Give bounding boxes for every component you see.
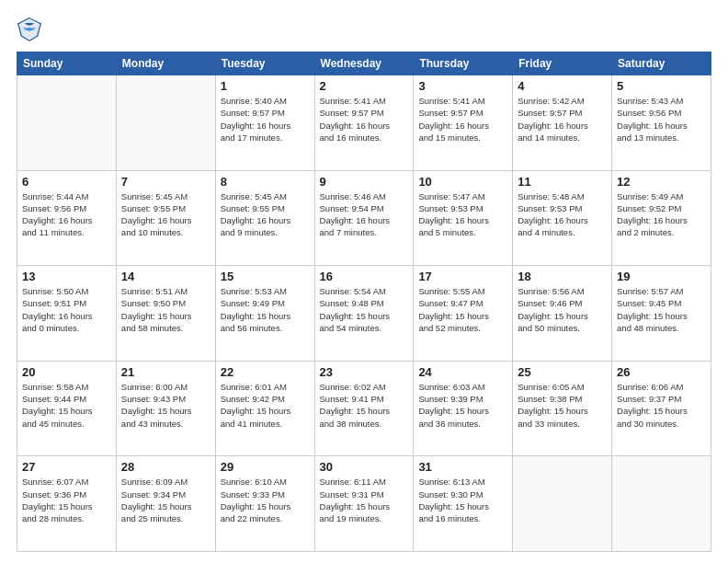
day-number: 14 — [121, 270, 210, 283]
day-info: Sunrise: 6:03 AM Sunset: 9:39 PM Dayligh… — [418, 381, 507, 430]
calendar-cell: 6Sunrise: 5:44 AM Sunset: 9:56 PM Daylig… — [17, 170, 117, 266]
weekday-header-tuesday: Tuesday — [215, 52, 314, 75]
day-info: Sunrise: 6:01 AM Sunset: 9:42 PM Dayligh… — [221, 381, 310, 430]
calendar-cell: 28Sunrise: 6:09 AM Sunset: 9:34 PM Dayli… — [116, 456, 215, 552]
day-number: 29 — [221, 460, 310, 474]
day-number: 2 — [320, 79, 409, 93]
calendar-cell: 2Sunrise: 5:41 AM Sunset: 9:57 PM Daylig… — [314, 75, 414, 171]
day-info: Sunrise: 5:54 AM Sunset: 9:48 PM Dayligh… — [320, 285, 409, 334]
logo — [17, 17, 46, 42]
calendar-cell: 26Sunrise: 6:06 AM Sunset: 9:37 PM Dayli… — [612, 361, 711, 456]
calendar-cell: 7Sunrise: 5:45 AM Sunset: 9:55 PM Daylig… — [116, 170, 215, 266]
day-number: 30 — [320, 460, 409, 474]
day-number: 9 — [320, 175, 409, 189]
day-info: Sunrise: 5:53 AM Sunset: 9:49 PM Dayligh… — [221, 285, 310, 334]
day-number: 20 — [22, 365, 111, 379]
day-info: Sunrise: 5:51 AM Sunset: 9:50 PM Dayligh… — [121, 285, 210, 334]
day-number: 6 — [22, 175, 111, 189]
day-info: Sunrise: 5:49 AM Sunset: 9:52 PM Dayligh… — [617, 190, 706, 239]
logo-icon — [17, 17, 42, 42]
day-number: 21 — [121, 365, 210, 379]
day-number: 16 — [320, 270, 409, 283]
day-number: 24 — [418, 365, 507, 379]
calendar-cell: 4Sunrise: 5:42 AM Sunset: 9:57 PM Daylig… — [513, 75, 612, 171]
header — [17, 17, 711, 42]
calendar-cell: 14Sunrise: 5:51 AM Sunset: 9:50 PM Dayli… — [116, 266, 215, 362]
calendar-cell: 30Sunrise: 6:11 AM Sunset: 9:31 PM Dayli… — [314, 456, 414, 552]
day-number: 11 — [518, 175, 607, 189]
calendar-cell: 8Sunrise: 5:45 AM Sunset: 9:55 PM Daylig… — [215, 170, 314, 266]
weekday-header-sunday: Sunday — [17, 52, 117, 75]
calendar-cell: 18Sunrise: 5:56 AM Sunset: 9:46 PM Dayli… — [513, 266, 612, 362]
calendar-cell: 13Sunrise: 5:50 AM Sunset: 9:51 PM Dayli… — [17, 266, 117, 362]
day-number: 1 — [221, 79, 310, 93]
day-info: Sunrise: 6:07 AM Sunset: 9:36 PM Dayligh… — [22, 476, 111, 524]
weekday-header-friday: Friday — [513, 52, 612, 75]
calendar-cell: 12Sunrise: 5:49 AM Sunset: 9:52 PM Dayli… — [612, 170, 711, 266]
calendar-cell: 19Sunrise: 5:57 AM Sunset: 9:45 PM Dayli… — [612, 266, 711, 362]
day-info: Sunrise: 5:45 AM Sunset: 9:55 PM Dayligh… — [221, 190, 310, 239]
day-number: 27 — [22, 460, 111, 474]
day-number: 23 — [320, 365, 409, 379]
day-info: Sunrise: 6:13 AM Sunset: 9:30 PM Dayligh… — [418, 476, 507, 524]
weekday-header-thursday: Thursday — [414, 52, 513, 75]
day-info: Sunrise: 5:48 AM Sunset: 9:53 PM Dayligh… — [518, 190, 607, 239]
weekday-header-wednesday: Wednesday — [314, 52, 414, 75]
day-number: 19 — [617, 270, 706, 283]
day-number: 25 — [518, 365, 607, 379]
calendar-cell: 10Sunrise: 5:47 AM Sunset: 9:53 PM Dayli… — [414, 170, 513, 266]
day-number: 8 — [221, 175, 310, 189]
day-info: Sunrise: 5:45 AM Sunset: 9:55 PM Dayligh… — [121, 190, 210, 239]
day-number: 26 — [617, 365, 706, 379]
day-info: Sunrise: 6:06 AM Sunset: 9:37 PM Dayligh… — [617, 381, 706, 430]
day-number: 15 — [221, 270, 310, 283]
weekday-header-row: SundayMondayTuesdayWednesdayThursdayFrid… — [17, 52, 711, 75]
day-info: Sunrise: 6:02 AM Sunset: 9:41 PM Dayligh… — [320, 381, 409, 430]
day-number: 31 — [418, 460, 507, 474]
day-number: 12 — [617, 175, 706, 189]
day-info: Sunrise: 5:41 AM Sunset: 9:57 PM Dayligh… — [320, 95, 409, 144]
day-info: Sunrise: 5:47 AM Sunset: 9:53 PM Dayligh… — [418, 190, 507, 239]
day-number: 3 — [418, 79, 507, 93]
calendar-cell: 29Sunrise: 6:10 AM Sunset: 9:33 PM Dayli… — [215, 456, 314, 552]
calendar-cell: 9Sunrise: 5:46 AM Sunset: 9:54 PM Daylig… — [314, 170, 414, 266]
day-info: Sunrise: 5:50 AM Sunset: 9:51 PM Dayligh… — [22, 285, 111, 334]
calendar-cell: 21Sunrise: 6:00 AM Sunset: 9:43 PM Dayli… — [116, 361, 215, 456]
calendar-table: SundayMondayTuesdayWednesdayThursdayFrid… — [17, 52, 711, 552]
day-number: 28 — [121, 460, 210, 474]
calendar-week-3: 13Sunrise: 5:50 AM Sunset: 9:51 PM Dayli… — [17, 266, 711, 362]
day-info: Sunrise: 6:11 AM Sunset: 9:31 PM Dayligh… — [320, 476, 409, 524]
weekday-header-saturday: Saturday — [612, 52, 711, 75]
calendar-cell — [116, 75, 215, 171]
day-info: Sunrise: 5:55 AM Sunset: 9:47 PM Dayligh… — [418, 285, 507, 334]
day-info: Sunrise: 6:09 AM Sunset: 9:34 PM Dayligh… — [121, 476, 210, 524]
calendar-cell: 5Sunrise: 5:43 AM Sunset: 9:56 PM Daylig… — [612, 75, 711, 171]
calendar-cell: 31Sunrise: 6:13 AM Sunset: 9:30 PM Dayli… — [414, 456, 513, 552]
day-number: 7 — [121, 175, 210, 189]
calendar-cell: 25Sunrise: 6:05 AM Sunset: 9:38 PM Dayli… — [513, 361, 612, 456]
day-info: Sunrise: 5:41 AM Sunset: 9:57 PM Dayligh… — [418, 95, 507, 144]
day-info: Sunrise: 5:58 AM Sunset: 9:44 PM Dayligh… — [22, 381, 111, 430]
day-number: 13 — [22, 270, 111, 283]
day-number: 18 — [518, 270, 607, 283]
calendar-cell: 16Sunrise: 5:54 AM Sunset: 9:48 PM Dayli… — [314, 266, 414, 362]
calendar-cell: 24Sunrise: 6:03 AM Sunset: 9:39 PM Dayli… — [414, 361, 513, 456]
day-info: Sunrise: 6:00 AM Sunset: 9:43 PM Dayligh… — [121, 381, 210, 430]
calendar-cell: 23Sunrise: 6:02 AM Sunset: 9:41 PM Dayli… — [314, 361, 414, 456]
calendar-cell — [17, 75, 117, 171]
calendar-cell: 1Sunrise: 5:40 AM Sunset: 9:57 PM Daylig… — [215, 75, 314, 171]
calendar-cell: 22Sunrise: 6:01 AM Sunset: 9:42 PM Dayli… — [215, 361, 314, 456]
day-info: Sunrise: 5:57 AM Sunset: 9:45 PM Dayligh… — [617, 285, 706, 334]
day-info: Sunrise: 5:56 AM Sunset: 9:46 PM Dayligh… — [518, 285, 607, 334]
calendar-cell — [612, 456, 711, 552]
calendar-week-4: 20Sunrise: 5:58 AM Sunset: 9:44 PM Dayli… — [17, 361, 711, 456]
day-info: Sunrise: 5:46 AM Sunset: 9:54 PM Dayligh… — [320, 190, 409, 239]
calendar-cell: 17Sunrise: 5:55 AM Sunset: 9:47 PM Dayli… — [414, 266, 513, 362]
day-number: 4 — [518, 79, 607, 93]
day-info: Sunrise: 5:42 AM Sunset: 9:57 PM Dayligh… — [518, 95, 607, 144]
calendar-week-1: 1Sunrise: 5:40 AM Sunset: 9:57 PM Daylig… — [17, 75, 711, 171]
day-info: Sunrise: 5:40 AM Sunset: 9:57 PM Dayligh… — [221, 95, 310, 144]
weekday-header-monday: Monday — [116, 52, 215, 75]
day-info: Sunrise: 5:43 AM Sunset: 9:56 PM Dayligh… — [617, 95, 706, 144]
calendar-cell: 3Sunrise: 5:41 AM Sunset: 9:57 PM Daylig… — [414, 75, 513, 171]
